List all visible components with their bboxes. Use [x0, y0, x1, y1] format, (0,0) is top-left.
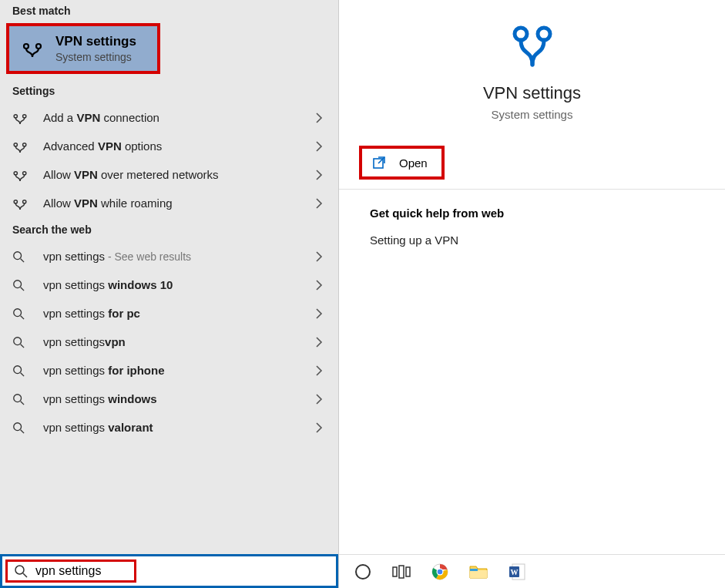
word-icon[interactable]: W — [507, 562, 527, 582]
svg-point-20 — [14, 394, 22, 402]
search-box[interactable] — [0, 554, 338, 588]
svg-line-15 — [21, 315, 24, 318]
svg-point-14 — [14, 308, 22, 316]
vpn-icon — [22, 40, 43, 57]
chevron-right-icon — [315, 394, 326, 405]
search-icon — [12, 393, 29, 405]
search-results-panel: Best match VPN settings System settings … — [0, 0, 339, 588]
help-link[interactable]: Setting up a VPN — [370, 234, 694, 247]
search-icon — [12, 336, 29, 348]
settings-item[interactable]: Allow VPN over metered networks — [0, 160, 338, 189]
svg-point-12 — [14, 280, 22, 287]
chevron-right-icon — [315, 422, 326, 433]
open-icon — [371, 155, 387, 170]
svg-rect-33 — [406, 567, 410, 576]
chrome-icon[interactable] — [430, 562, 450, 582]
best-match-subtitle: System settings — [55, 51, 136, 63]
vpn-icon — [12, 140, 29, 153]
svg-point-30 — [356, 565, 370, 579]
svg-rect-31 — [393, 567, 397, 576]
web-result-label: vpn settingsvpn — [43, 335, 301, 348]
open-label: Open — [399, 156, 428, 170]
search-icon — [12, 365, 29, 377]
settings-item-label: Add a VPN connection — [43, 111, 301, 124]
search-icon — [12, 422, 29, 434]
detail-title: VPN settings — [483, 83, 581, 103]
settings-item-label: Allow VPN while roaming — [43, 197, 301, 210]
help-title: Get quick help from web — [370, 207, 694, 220]
search-icon — [14, 564, 28, 578]
vpn-icon — [12, 112, 29, 124]
svg-text:W: W — [511, 568, 519, 576]
search-web-header: Search the web — [0, 217, 338, 242]
svg-point-16 — [14, 337, 22, 344]
svg-point-22 — [14, 422, 22, 430]
svg-line-23 — [21, 429, 24, 432]
vpn-large-icon — [508, 25, 557, 68]
chevron-right-icon — [315, 280, 326, 291]
svg-point-24 — [15, 566, 24, 574]
settings-header: Settings — [0, 74, 338, 103]
svg-rect-38 — [470, 569, 478, 571]
search-input[interactable] — [35, 564, 128, 578]
chevron-right-icon — [315, 113, 326, 123]
web-result-item[interactable]: vpn settings windows 10 — [0, 270, 338, 299]
detail-subtitle: System settings — [492, 108, 573, 121]
web-result-label: vpn settings windows — [43, 392, 301, 405]
chevron-right-icon — [315, 308, 326, 319]
web-result-item[interactable]: vpn settings - See web results — [0, 242, 338, 270]
taskbar: W — [339, 554, 725, 588]
svg-line-11 — [21, 258, 24, 261]
web-result-item[interactable]: vpn settings windows — [0, 385, 338, 413]
cortana-icon[interactable] — [353, 562, 373, 582]
task-view-icon[interactable] — [391, 562, 411, 582]
svg-line-17 — [21, 344, 24, 347]
svg-line-19 — [21, 372, 24, 375]
web-result-item[interactable]: vpn settings for pc — [0, 299, 338, 328]
web-result-item[interactable]: vpn settings for iphone — [0, 356, 338, 385]
web-result-label: vpn settings windows 10 — [43, 278, 301, 291]
web-result-label: vpn settings valorant — [43, 421, 301, 434]
svg-point-18 — [14, 365, 22, 373]
svg-point-36 — [438, 569, 443, 574]
best-match-result[interactable]: VPN settings System settings — [6, 23, 160, 74]
svg-line-25 — [23, 573, 27, 577]
web-result-label: vpn settings for iphone — [43, 364, 301, 377]
web-result-label: vpn settings for pc — [43, 307, 301, 320]
chevron-right-icon — [315, 198, 326, 209]
web-result-item[interactable]: vpn settings valorant — [0, 413, 338, 442]
web-result-label: vpn settings - See web results — [43, 250, 301, 263]
search-icon — [12, 307, 29, 320]
chevron-right-icon — [315, 170, 326, 180]
settings-item[interactable]: Add a VPN connection — [0, 103, 338, 132]
chevron-right-icon — [315, 337, 326, 348]
best-match-title: VPN settings — [55, 34, 136, 49]
svg-line-21 — [21, 401, 24, 404]
search-icon — [12, 250, 29, 263]
chevron-right-icon — [315, 251, 326, 262]
web-result-item[interactable]: vpn settingsvpn — [0, 328, 338, 356]
svg-rect-37 — [470, 570, 487, 578]
file-explorer-icon[interactable] — [468, 562, 488, 582]
best-match-header: Best match — [0, 0, 338, 23]
chevron-right-icon — [315, 365, 326, 376]
svg-point-10 — [14, 251, 22, 259]
settings-item-label: Advanced VPN options — [43, 139, 301, 153]
vpn-icon — [12, 169, 29, 181]
settings-item-label: Allow VPN over metered networks — [43, 168, 301, 181]
vpn-icon — [12, 197, 29, 210]
settings-item[interactable]: Advanced VPN options — [0, 132, 338, 160]
chevron-right-icon — [315, 141, 326, 152]
svg-rect-32 — [399, 566, 404, 578]
settings-item[interactable]: Allow VPN while roaming — [0, 189, 338, 217]
open-button[interactable]: Open — [359, 146, 445, 180]
svg-line-13 — [21, 287, 24, 290]
detail-panel: VPN settings System settings Open Get qu… — [339, 0, 725, 588]
search-icon — [12, 279, 29, 291]
